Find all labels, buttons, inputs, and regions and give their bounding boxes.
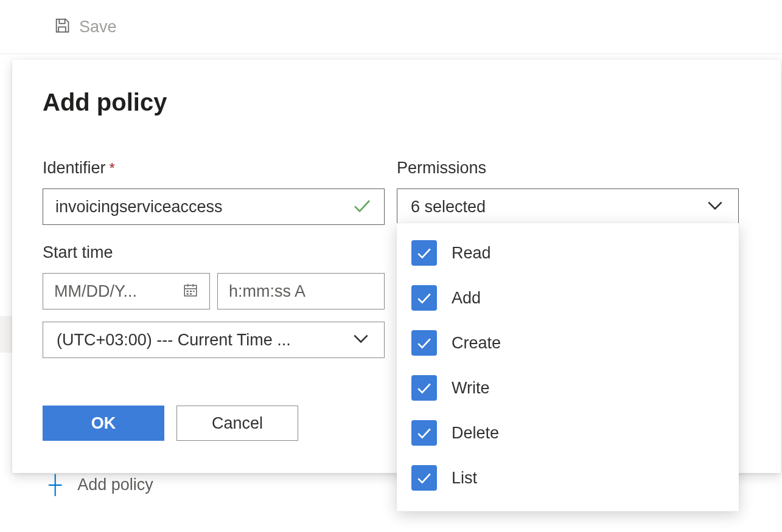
identifier-label-text: Identifier bbox=[43, 159, 106, 178]
side-shadow bbox=[0, 316, 12, 353]
permission-label: List bbox=[452, 469, 477, 488]
add-policy-link-behind: ┼ Add policy bbox=[49, 474, 153, 495]
cancel-button[interactable]: Cancel bbox=[176, 406, 298, 441]
permissions-label: Permissions bbox=[397, 159, 739, 178]
form-row: Identifier * Start time MM/DD/Y... bbox=[43, 159, 750, 441]
checkbox-checked-icon[interactable] bbox=[411, 420, 437, 446]
svg-rect-7 bbox=[187, 293, 189, 294]
start-time-label: Start time bbox=[43, 243, 385, 262]
start-date-input[interactable]: MM/DD/Y... bbox=[43, 273, 210, 309]
chevron-down-icon bbox=[351, 332, 371, 348]
chevron-down-icon bbox=[705, 199, 725, 215]
calendar-icon[interactable] bbox=[183, 282, 198, 300]
svg-rect-5 bbox=[190, 291, 192, 292]
permission-label: Write bbox=[452, 379, 490, 398]
save-icon[interactable] bbox=[54, 17, 71, 36]
checkbox-checked-icon[interactable] bbox=[411, 465, 437, 491]
panel-title: Add policy bbox=[43, 89, 750, 116]
permissions-dropdown: Read Add Create Write Delete bbox=[397, 223, 739, 511]
svg-rect-6 bbox=[193, 291, 194, 292]
ok-button[interactable]: OK bbox=[43, 406, 164, 441]
start-time-label-text: Start time bbox=[43, 243, 113, 262]
start-time-input[interactable]: h:mm:ss A bbox=[217, 273, 385, 309]
permission-label: Create bbox=[452, 334, 501, 353]
permission-label: Delete bbox=[452, 424, 499, 443]
checkbox-checked-icon[interactable] bbox=[411, 240, 437, 266]
permission-option-list[interactable]: List bbox=[397, 455, 739, 500]
plus-icon: ┼ bbox=[49, 474, 61, 495]
timezone-text: (UTC+03:00) --- Current Time ... bbox=[57, 331, 351, 350]
timezone-select[interactable]: (UTC+03:00) --- Current Time ... bbox=[43, 322, 385, 358]
date-time-row: MM/DD/Y... h:mm:ss A bbox=[43, 273, 385, 309]
permission-option-read[interactable]: Read bbox=[397, 230, 739, 275]
left-column: Identifier * Start time MM/DD/Y... bbox=[43, 159, 385, 441]
identifier-input[interactable] bbox=[55, 198, 352, 216]
time-placeholder: h:mm:ss A bbox=[229, 282, 305, 301]
permission-option-write[interactable]: Write bbox=[397, 365, 739, 410]
checkmark-icon bbox=[352, 197, 372, 216]
add-policy-behind-label: Add policy bbox=[77, 475, 153, 494]
permission-label: Read bbox=[452, 244, 491, 263]
required-indicator: * bbox=[110, 160, 115, 177]
right-column: Permissions 6 selected Read Add bbox=[397, 159, 739, 441]
permissions-select[interactable]: 6 selected bbox=[397, 188, 739, 225]
identifier-label: Identifier * bbox=[43, 159, 385, 178]
permissions-summary: 6 selected bbox=[411, 198, 705, 216]
save-button-label[interactable]: Save bbox=[79, 18, 117, 36]
checkbox-checked-icon[interactable] bbox=[411, 330, 437, 356]
permission-label: Add bbox=[452, 289, 481, 308]
toolbar: Save bbox=[0, 0, 782, 54]
svg-rect-8 bbox=[190, 293, 192, 294]
date-placeholder: MM/DD/Y... bbox=[54, 282, 183, 301]
permissions-label-text: Permissions bbox=[397, 159, 486, 178]
checkbox-checked-icon[interactable] bbox=[411, 285, 437, 311]
permission-option-create[interactable]: Create bbox=[397, 320, 739, 365]
add-policy-panel: Add policy Identifier * Start time MM/DD… bbox=[12, 60, 781, 473]
button-row: OK Cancel bbox=[43, 406, 385, 441]
permission-option-delete[interactable]: Delete bbox=[397, 410, 739, 455]
permission-option-add[interactable]: Add bbox=[397, 275, 739, 320]
checkbox-checked-icon[interactable] bbox=[411, 375, 437, 401]
svg-rect-4 bbox=[187, 291, 189, 292]
identifier-input-wrap[interactable] bbox=[43, 188, 385, 225]
